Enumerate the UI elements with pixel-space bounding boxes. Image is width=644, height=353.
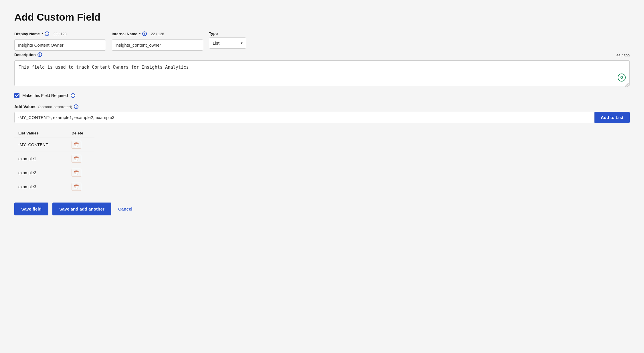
internal-name-label: Internal Name* i 22 / 128 [112, 31, 164, 36]
add-to-list-button[interactable]: Add to List [594, 112, 630, 123]
list-table-header-row: List Values Delete [14, 129, 94, 138]
add-values-info-icon[interactable]: i [74, 104, 78, 109]
internal-name-label-row: Internal Name* i 22 / 128 [112, 31, 203, 38]
required-info-icon[interactable]: i [71, 93, 75, 98]
delete-cell [68, 152, 94, 166]
internal-name-group: Internal Name* i 22 / 128 [112, 31, 203, 51]
description-info-icon[interactable]: i [37, 52, 42, 57]
description-char-count: 66 / 500 [617, 53, 630, 58]
internal-name-info-icon[interactable]: i [142, 31, 147, 36]
list-value-cell: -MY_CONTENT- [14, 138, 68, 152]
save-and-add-button[interactable]: Save and add another [52, 203, 111, 215]
type-label-text: Type [209, 31, 218, 36]
type-group: Type List Text Number Date Boolean ▾ [209, 31, 246, 49]
table-row: -MY_CONTENT- [14, 138, 94, 152]
display-name-input[interactable] [14, 39, 106, 51]
add-values-section: Add Values (comma-separated) i Add to Li… [14, 104, 630, 123]
add-values-label-text: Add Values [14, 104, 37, 109]
internal-name-input[interactable] [112, 39, 203, 51]
display-name-label-row: Display Name* i 22 / 128 [14, 31, 106, 38]
type-label: Type [209, 31, 246, 36]
description-textarea[interactable]: This field is used to track Content Owne… [14, 60, 630, 86]
delete-button[interactable] [72, 155, 81, 163]
list-values-table: List Values Delete -MY_CONTENT- example1 [14, 129, 94, 194]
display-name-char-count: 22 / 128 [53, 32, 66, 36]
description-group: Description i 66 / 500 This field is use… [14, 52, 630, 87]
list-value-cell: example1 [14, 152, 68, 166]
action-row: Save field Save and add another Cancel [14, 203, 630, 215]
required-checkbox-label: Make this Field Required [22, 93, 68, 98]
table-row: example3 [14, 180, 94, 194]
page-title: Add Custom Field [14, 11, 630, 23]
description-label-row: Description i 66 / 500 [14, 52, 630, 59]
required-checkbox[interactable] [14, 93, 19, 98]
description-label: Description i [14, 52, 42, 57]
display-name-text: Display Name [14, 32, 40, 36]
description-label-text: Description [14, 53, 36, 57]
delete-cell [68, 138, 94, 152]
add-values-label-row: Add Values (comma-separated) i [14, 104, 630, 109]
display-name-group: Display Name* i 22 / 128 [14, 31, 106, 51]
delete-cell [68, 180, 94, 194]
type-select[interactable]: List Text Number Date Boolean [209, 37, 246, 49]
save-field-button[interactable]: Save field [14, 203, 48, 215]
delete-button[interactable] [72, 169, 81, 177]
table-row: example2 [14, 166, 94, 180]
required-checkbox-row: Make this Field Required i [14, 93, 630, 98]
list-table-body: -MY_CONTENT- example1 example2 [14, 138, 94, 194]
internal-name-text: Internal Name [112, 32, 137, 36]
delete-cell [68, 166, 94, 180]
type-select-wrapper: List Text Number Date Boolean ▾ [209, 37, 246, 49]
list-value-cell: example3 [14, 180, 68, 194]
internal-name-char-count: 22 / 128 [151, 32, 164, 36]
add-values-input-row: Add to List [14, 112, 630, 123]
display-name-required: * [42, 32, 43, 36]
col-delete: Delete [68, 129, 94, 138]
delete-button[interactable] [72, 141, 81, 149]
display-name-label: Display Name* i 22 / 128 [14, 31, 67, 36]
add-values-input[interactable] [14, 112, 594, 123]
add-custom-field-page: Add Custom Field Display Name* i 22 / 12… [14, 11, 630, 215]
internal-name-required: * [139, 32, 141, 36]
display-name-info-icon[interactable]: i [45, 31, 49, 36]
resize-handle[interactable] [625, 83, 629, 87]
col-list-values: List Values [14, 129, 68, 138]
delete-button[interactable] [72, 183, 81, 191]
grammarly-icon: G [618, 74, 626, 82]
cancel-button[interactable]: Cancel [115, 203, 135, 215]
list-table-header: List Values Delete [14, 129, 94, 138]
list-value-cell: example2 [14, 166, 68, 180]
fields-row: Display Name* i 22 / 128 Internal Name* … [14, 31, 630, 51]
table-row: example1 [14, 152, 94, 166]
add-values-sub-label: (comma-separated) [38, 105, 72, 109]
